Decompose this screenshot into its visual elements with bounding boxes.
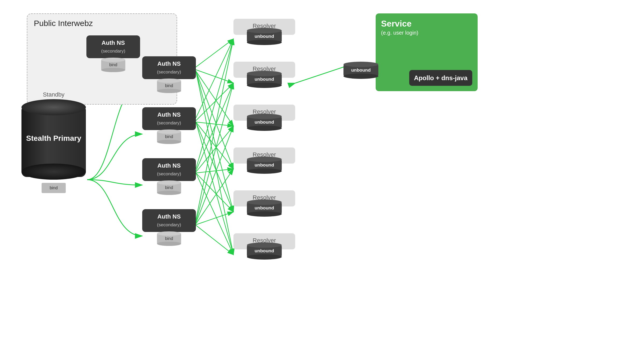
resolver-box-6: Resolver unbound [233, 233, 295, 249]
svg-line-4 [196, 71, 233, 126]
svg-line-17 [196, 169, 233, 173]
auth-ns-bind-4: bind [157, 234, 181, 244]
svg-line-22 [196, 126, 233, 223]
svg-line-13 [196, 122, 233, 255]
svg-line-25 [196, 225, 233, 255]
auth-ns-top: Auth NS (secondary) bind [86, 35, 140, 70]
svg-line-18 [196, 173, 233, 212]
auth-ns-bind-2: bind [157, 132, 181, 142]
svg-line-15 [196, 83, 233, 171]
svg-line-23 [196, 169, 233, 224]
svg-line-8 [196, 39, 233, 118]
svg-line-5 [196, 71, 233, 169]
resolver-node-6: Resolver unbound [233, 233, 295, 249]
auth-ns-box-2: Auth NS (secondary) [142, 107, 196, 130]
standby-label: Standby [43, 91, 65, 98]
auth-ns-node-4: Auth NS (secondary) bind [142, 209, 196, 244]
svg-line-26 [295, 67, 343, 83]
resolver-node-5: Resolver unbound [233, 190, 295, 206]
apollo-box: Apollo + dns-java [409, 70, 472, 86]
auth-ns-node-2: Auth NS (secondary) bind [142, 107, 196, 142]
resolver-node-3: Resolver unbound [233, 105, 295, 121]
service-box: Service (e.g. user login) Apollo + dns-j… [376, 13, 478, 91]
svg-line-12 [196, 122, 233, 212]
svg-line-11 [196, 122, 233, 169]
resolver-box-1: Resolver unbound [233, 19, 295, 35]
unbound-cyl-5: unbound [247, 202, 282, 214]
svg-line-6 [196, 71, 233, 212]
svg-line-24 [196, 212, 233, 225]
auth-ns-top-bind: bind [101, 60, 125, 70]
service-unbound-cyl: unbound [343, 64, 378, 76]
svg-line-14 [196, 39, 233, 169]
service-unbound-group: unbound [343, 64, 378, 76]
svg-line-3 [196, 70, 233, 83]
resolver-node-4: Resolver unbound [233, 147, 295, 164]
svg-line-10 [196, 122, 233, 126]
auth-ns-box-1: Auth NS (secondary) [142, 56, 196, 79]
auth-ns-node-1: Auth NS (secondary) bind [142, 56, 196, 91]
auth-ns-node-3: Auth NS (secondary) bind [142, 158, 196, 193]
svg-line-9 [196, 83, 233, 121]
unbound-cyl-2: unbound [247, 73, 282, 85]
stealth-cyl-top [21, 99, 86, 115]
stealth-primary-group: Standby Stealth Primary bind [21, 99, 86, 174]
svg-line-21 [196, 83, 233, 222]
stealth-cyl-bottom [21, 164, 86, 180]
unbound-cyl-3: unbound [247, 116, 282, 128]
svg-line-20 [196, 39, 233, 220]
resolver-box-2: Resolver unbound [233, 62, 295, 78]
resolver-box-5: Resolver unbound [233, 190, 295, 206]
auth-ns-bind-1: bind [157, 81, 181, 91]
svg-line-19 [196, 173, 233, 255]
svg-line-7 [196, 71, 233, 255]
stealth-primary-bind: bind [42, 183, 66, 193]
auth-ns-box-4: Auth NS (secondary) [142, 209, 196, 232]
svg-line-2 [196, 39, 233, 67]
resolver-box-4: Resolver unbound [233, 147, 295, 164]
resolver-box-3: Resolver unbound [233, 105, 295, 121]
auth-ns-bind-3: bind [157, 183, 181, 193]
unbound-cyl-4: unbound [247, 159, 282, 171]
svg-line-16 [196, 126, 233, 172]
public-interwebz-label: Public Interwebz [34, 19, 93, 28]
auth-ns-top-box: Auth NS (secondary) [86, 35, 140, 58]
resolver-node-1: Resolver unbound [233, 19, 295, 35]
unbound-cyl-6: unbound [247, 245, 282, 257]
service-label: Service [381, 19, 472, 29]
stealth-primary-text: Stealth Primary [26, 134, 81, 143]
diagram-container: Public Interwebz Auth NS (secondary) bin… [0, 0, 644, 362]
unbound-cyl-1: unbound [247, 31, 282, 42]
auth-ns-box-3: Auth NS (secondary) [142, 158, 196, 181]
resolver-node-2: Resolver unbound [233, 62, 295, 78]
service-sublabel: (e.g. user login) [381, 30, 472, 36]
stealth-primary-cylinder: Stealth Primary [21, 99, 86, 174]
